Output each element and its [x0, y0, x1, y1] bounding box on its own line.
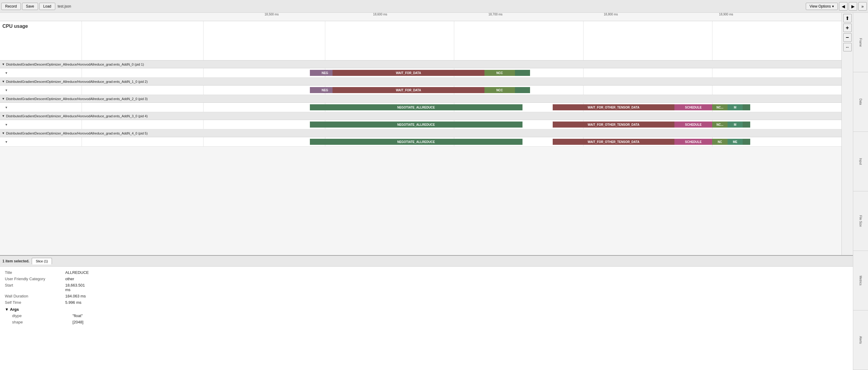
info-row-1: User Friendly Categoryother [5, 277, 848, 281]
right-label-file-size: File Size [853, 191, 868, 251]
time-header: 18,500 ms18,600 ms18,700 ms18,800 ms18,9… [0, 13, 841, 21]
right-label-metrics: Metrics [853, 251, 868, 310]
track-sub-label-2: ▼ [0, 106, 82, 109]
expand-icon-0[interactable]: ▼ [2, 63, 5, 66]
info-value-4: 5.996 ms [65, 300, 81, 305]
record-button[interactable]: Record [1, 3, 21, 10]
track-sub-label-1: ▼ [0, 89, 82, 92]
bar-schedule-3-3[interactable]: SCHEDULE [674, 121, 712, 127]
track-header-1[interactable]: ▼DistributedGradientDescentOptimizer_All… [0, 78, 841, 86]
nav-expand-button[interactable]: » [858, 2, 867, 10]
grid-line [203, 68, 204, 77]
sub-expand-icon-4[interactable]: ▼ [5, 140, 8, 144]
bar-negotiate-allreduce-3-0[interactable]: NEGOTIATE_ALLREDUCE [310, 121, 523, 127]
track-canvas-0[interactable]: NEGALLREDUCEWAIT_FOR_DATANCC [82, 68, 841, 77]
zoom-out-button[interactable]: − [843, 33, 852, 42]
cursor-button[interactable]: ⬆ [843, 14, 852, 22]
info-label-3: Wall Duration [5, 294, 65, 298]
bar-wait-for-data-0-2[interactable]: WAIT_FOR_DATA [333, 70, 485, 76]
track-sub-label-4: ▼ [0, 140, 82, 144]
info-row-2: Start18,663.501 ms [5, 283, 848, 292]
bar-nc----2-4[interactable]: NC... [712, 104, 727, 110]
cpu-label: CPU usage [0, 21, 82, 31]
track-sub-2: ▼NEGOTIATE_ALLREDUCEALLREDUCEWAIT_FOR_OT… [0, 103, 841, 112]
bar-ncc-1-3[interactable]: NCC [485, 87, 515, 93]
bar-nc----3-4[interactable]: NC... [712, 121, 727, 127]
info-label-2: Start [5, 283, 65, 292]
arg-row-1: shape[2048] [5, 320, 848, 324]
grid-line [583, 68, 584, 77]
bar-m-3-5[interactable]: M [727, 121, 743, 127]
tracks-container[interactable]: CPU usage ▼DistributedGradientDescentOpt… [0, 21, 841, 255]
time-marker-4: 18,900 ms [719, 13, 733, 16]
time-marker-1: 18,600 ms [373, 13, 387, 16]
args-label: Args [10, 307, 19, 312]
fit-button[interactable]: ↔ [843, 43, 852, 51]
load-button[interactable]: Load [39, 3, 55, 10]
track-header-3[interactable]: ▼DistributedGradientDescentOptimizer_All… [0, 112, 841, 120]
timeline-area: 18,500 ms18,600 ms18,700 ms18,800 ms18,9… [0, 13, 853, 255]
sub-expand-icon-2[interactable]: ▼ [5, 106, 8, 109]
expand-icon-2[interactable]: ▼ [2, 97, 5, 101]
right-label-data: Data [853, 72, 868, 132]
expand-icon-4[interactable]: ▼ [2, 132, 5, 135]
scroll-panel: ⬆ + − ↔ [841, 13, 853, 255]
bar-wait-for-other-tensor-data-4-2[interactable]: WAIT_FOR_OTHER_TENSOR_DATA [553, 139, 674, 145]
sub-expand-icon-0[interactable]: ▼ [5, 72, 8, 75]
track-group-0: ▼DistributedGradientDescentOptimizer_All… [0, 60, 841, 78]
bottom-tabs: 1 item selected. Slice (1) [0, 256, 853, 266]
right-label-frame: Frame [853, 13, 868, 72]
nav-right-button[interactable]: ▶ [849, 2, 857, 10]
slice-tab[interactable]: Slice (1) [32, 258, 52, 264]
time-marker-0: 18,500 ms [265, 13, 279, 16]
zoom-in-button[interactable]: + [843, 24, 852, 32]
track-group-3: ▼DistributedGradientDescentOptimizer_All… [0, 112, 841, 130]
bar-m-2-5[interactable]: M [727, 104, 743, 110]
arg-label-1: shape [12, 320, 72, 324]
track-title-2: DistributedGradientDescentOptimizer_Allr… [6, 97, 148, 101]
cpu-chart [82, 21, 841, 60]
info-row-4: Self Time5.996 ms [5, 300, 848, 305]
right-labels-panel: FrameDataInputFile SizeMetricsAlerts [853, 13, 868, 370]
track-canvas-2[interactable]: NEGOTIATE_ALLREDUCEALLREDUCEWAIT_FOR_OTH… [82, 103, 841, 112]
timeline-tracks: 18,500 ms18,600 ms18,700 ms18,800 ms18,9… [0, 13, 841, 255]
track-header-2[interactable]: ▼DistributedGradientDescentOptimizer_All… [0, 95, 841, 103]
bar-nc-4-4[interactable]: NC [712, 139, 727, 145]
view-options-button[interactable]: View Options ▾ [806, 3, 838, 10]
track-canvas-1[interactable]: NEGALLREDUCEWAIT_FOR_DATANCC [82, 86, 841, 95]
sub-expand-icon-1[interactable]: ▼ [5, 89, 8, 92]
bar-wait-for-other-tensor-data-2-2[interactable]: WAIT_FOR_OTHER_TENSOR_DATA [553, 104, 674, 110]
expand-icon-1[interactable]: ▼ [2, 80, 5, 83]
expand-icon-3[interactable]: ▼ [2, 114, 5, 118]
bar-wait-for-data-1-2[interactable]: WAIT_FOR_DATA [333, 87, 485, 93]
arg-row-0: dtype"float" [5, 313, 848, 318]
right-label-alerts: Alerts [853, 310, 868, 370]
bottom-content: TitleALLREDUCEUser Friendly Categoryothe… [0, 266, 853, 330]
track-header-0[interactable]: ▼DistributedGradientDescentOptimizer_All… [0, 60, 841, 68]
bar-me-4-5[interactable]: ME [727, 139, 743, 145]
bar-negotiate-allreduce-4-0[interactable]: NEGOTIATE_ALLREDUCE [310, 139, 523, 145]
grid-line [583, 86, 584, 95]
track-sub-1: ▼NEGALLREDUCEWAIT_FOR_DATANCC [0, 86, 841, 95]
track-group-1: ▼DistributedGradientDescentOptimizer_All… [0, 78, 841, 95]
cpu-section: CPU usage [0, 21, 841, 60]
info-label-0: Title [5, 270, 65, 275]
bar-negotiate-allreduce-2-0[interactable]: NEGOTIATE_ALLREDUCE [310, 104, 523, 110]
bar-ncc-0-3[interactable]: NCC [485, 70, 515, 76]
nav-left-button[interactable]: ◀ [839, 2, 847, 10]
sub-expand-icon-3[interactable]: ▼ [5, 123, 8, 126]
args-section-header[interactable]: ▼Args [5, 307, 848, 312]
track-title-4: DistributedGradientDescentOptimizer_Allr… [6, 132, 148, 135]
save-button[interactable]: Save [22, 3, 38, 10]
bottom-panel: 1 item selected. Slice (1) TitleALLREDUC… [0, 255, 853, 370]
bar-schedule-2-3[interactable]: SCHEDULE [674, 104, 712, 110]
track-canvas-3[interactable]: NEGOTIATE_ALLREDUCEALLREDUCEWAIT_FOR_OTH… [82, 120, 841, 129]
track-canvas-4[interactable]: NEGOTIATE_ALLREDUCEALLREDUCEWAIT_FOR_OTH… [82, 137, 841, 146]
track-title-3: DistributedGradientDescentOptimizer_Allr… [6, 114, 148, 118]
info-value-1: other [65, 277, 74, 281]
track-header-4[interactable]: ▼DistributedGradientDescentOptimizer_All… [0, 130, 841, 137]
grid-line [203, 86, 204, 95]
track-sub-0: ▼NEGALLREDUCEWAIT_FOR_DATANCC [0, 68, 841, 77]
bar-wait-for-other-tensor-data-3-2[interactable]: WAIT_FOR_OTHER_TENSOR_DATA [553, 121, 674, 127]
bar-schedule-4-3[interactable]: SCHEDULE [674, 139, 712, 145]
